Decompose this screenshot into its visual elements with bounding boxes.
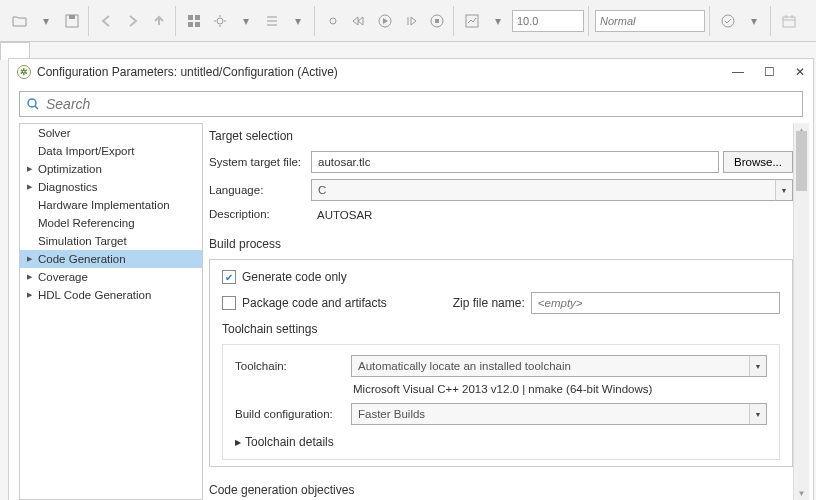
nav-data-import-export[interactable]: Data Import/Export [20,142,202,160]
simulation-mode-field[interactable]: Normal [595,10,705,32]
dropdown-caret-icon[interactable]: ▾ [742,9,766,33]
toolchain-label: Toolchain: [235,360,351,372]
toolchain-details-toggle[interactable]: ▶ Toolchain details [235,435,767,449]
svg-rect-12 [783,17,795,27]
nav-coverage[interactable]: Coverage [20,268,202,286]
stop-icon[interactable] [425,9,449,33]
toolchain-select[interactable] [351,355,767,377]
calendar-icon[interactable] [777,9,801,33]
step-icon[interactable] [399,9,423,33]
toolchain-detected-label: Microsoft Visual C++ 2013 v12.0 | nmake … [235,383,767,395]
build-config-label: Build configuration: [235,408,351,420]
gear-circle-icon: ✲ [17,65,31,79]
forward-icon[interactable] [121,9,145,33]
chevron-right-icon: ▶ [235,438,241,447]
svg-rect-1 [69,15,75,19]
dropdown-caret-icon[interactable]: ▾ [486,9,510,33]
dropdown-caret-icon[interactable]: ▾ [286,9,310,33]
maximize-button[interactable]: ☐ [764,65,775,79]
chevron-down-icon[interactable]: ▼ [749,403,767,425]
target-selection-heading: Target selection [209,129,793,143]
vertical-scrollbar[interactable]: ▲ ▼ [793,123,809,500]
stop-time-field[interactable]: 10.0 [512,10,584,32]
nav-optimization[interactable]: Optimization [20,160,202,178]
svg-rect-2 [188,15,193,20]
system-target-input[interactable] [311,151,719,173]
back-icon[interactable] [95,9,119,33]
svg-point-6 [217,18,223,24]
minimize-button[interactable]: — [732,65,744,79]
folder-open-icon[interactable] [8,9,32,33]
nav-solver[interactable]: Solver [20,124,202,142]
nav-diagnostics[interactable]: Diagnostics [20,178,202,196]
chevron-down-icon[interactable]: ▼ [775,179,793,201]
nav-code-generation[interactable]: Code Generation [20,250,202,268]
svg-point-13 [28,99,36,107]
toolchain-details-label: Toolchain details [245,435,334,449]
build-process-heading: Build process [209,237,793,251]
chevron-down-icon[interactable]: ▼ [749,355,767,377]
toolchain-settings-box: Toolchain: ▼ Microsoft Visual C++ 2013 v… [222,344,780,460]
system-target-label: System target file: [209,156,311,168]
titlebar: ✲ Configuration Parameters: untitled/Con… [9,59,813,85]
config-window: ✲ Configuration Parameters: untitled/Con… [8,58,814,500]
chart-icon[interactable] [460,9,484,33]
nav-hardware-implementation[interactable]: Hardware Implementation [20,196,202,214]
build-process-group: ✔ Generate code only Package code and ar… [209,259,793,467]
svg-rect-3 [195,15,200,20]
build-config-select[interactable] [351,403,767,425]
main-toolbar: ▾ ▾ ▾ ▾ 10.0 Normal ▾ [0,0,816,42]
config-panel: Target selection System target file: Bro… [209,123,807,500]
scroll-thumb[interactable] [796,131,807,191]
close-button[interactable]: ✕ [795,65,805,79]
language-label: Language: [209,184,311,196]
svg-point-11 [722,15,734,27]
link-icon[interactable] [321,9,345,33]
package-code-label: Package code and artifacts [242,296,387,310]
description-value: AUTOSAR [311,207,372,221]
svg-rect-4 [188,22,193,27]
description-label: Description: [209,208,311,220]
svg-rect-9 [435,19,439,23]
toolchain-settings-heading: Toolchain settings [222,322,780,336]
browse-button[interactable]: Browse... [723,151,793,173]
search-icon [26,97,40,111]
zip-file-input[interactable] [531,292,780,314]
check-circle-icon[interactable] [716,9,740,33]
zip-file-label: Zip file name: [453,296,525,310]
package-code-checkbox[interactable] [222,296,236,310]
dropdown-caret-icon[interactable]: ▾ [234,9,258,33]
nav-simulation-target[interactable]: Simulation Target [20,232,202,250]
scroll-down-icon[interactable]: ▼ [794,486,809,500]
search-box[interactable] [19,91,803,117]
dropdown-caret-icon[interactable]: ▾ [34,9,58,33]
up-icon[interactable] [147,9,171,33]
window-title: Configuration Parameters: untitled/Confi… [37,65,338,79]
svg-rect-5 [195,22,200,27]
nav-hdl-code-generation[interactable]: HDL Code Generation [20,286,202,304]
list-icon[interactable] [260,9,284,33]
search-input[interactable] [46,96,796,112]
rewind-icon[interactable] [347,9,371,33]
codegen-objectives-heading: Code generation objectives [209,483,793,497]
generate-code-only-checkbox[interactable]: ✔ [222,270,236,284]
language-select[interactable] [311,179,793,201]
save-icon[interactable] [60,9,84,33]
generate-code-only-label: Generate code only [242,270,347,284]
gear-icon[interactable] [208,9,232,33]
nav-tree: Solver Data Import/Export Optimization D… [19,123,203,500]
nav-model-referencing[interactable]: Model Referencing [20,214,202,232]
grid-icon[interactable] [182,9,206,33]
play-icon[interactable] [373,9,397,33]
